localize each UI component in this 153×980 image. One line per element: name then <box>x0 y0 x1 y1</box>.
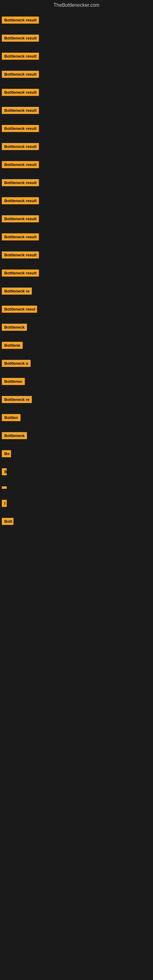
list-item: Bo <box>1 448 152 460</box>
bottleneck-badge[interactable]: Bottleneck result <box>2 35 39 41</box>
list-item: Bottleneck result <box>1 105 152 116</box>
bottleneck-badge[interactable]: Bottlenec <box>2 378 25 385</box>
list-item: Bottleneck result <box>1 123 152 134</box>
list-item: Bottleneck result <box>1 213 152 225</box>
list-item: Bottleneck <box>1 321 152 333</box>
list-item: Bottleneck resul <box>1 303 152 315</box>
bottleneck-badge[interactable]: Bottleneck result <box>2 269 39 277</box>
bottleneck-badge[interactable]: Bottleneck result <box>2 215 39 222</box>
list-item: Bottleneck result <box>1 195 152 207</box>
bottleneck-badge[interactable]: Bottleneck result <box>2 107 39 114</box>
list-item: Bottleneck o <box>1 357 152 369</box>
bottleneck-badge[interactable]: Bottleneck result <box>2 161 39 168</box>
bottleneck-badge[interactable]: B <box>2 468 7 475</box>
list-item: Bottleneck result <box>1 86 152 98</box>
list-item: Bottleneck result <box>1 177 152 189</box>
bottleneck-badge[interactable] <box>2 486 7 489</box>
bottleneck-badge[interactable]: Bo <box>2 450 11 457</box>
list-item <box>1 484 152 491</box>
list-item: Bottleneck result <box>1 159 152 170</box>
list-item: Bottleneck result <box>1 14 152 26</box>
list-item: Bottlenec <box>1 375 152 387</box>
bottleneck-badge[interactable]: Bottleneck result <box>2 125 39 132</box>
bottleneck-badge[interactable]: Bottleneck <box>2 324 27 331</box>
bottleneck-badge[interactable]: Bottleneck resul <box>2 305 37 313</box>
bottleneck-badge[interactable]: I <box>2 500 7 507</box>
bottleneck-badge[interactable]: Bottleneck <box>2 432 27 439</box>
bottleneck-badge[interactable]: Bottleneck result <box>2 233 39 240</box>
site-title: TheBottlenecker.com <box>0 0 153 10</box>
bottleneck-badge[interactable]: Bott <box>2 518 13 525</box>
list-item: Bottleneck result <box>1 68 152 80</box>
list-item: Bottleneck result <box>1 50 152 62</box>
list-item: Bottlene <box>1 339 152 351</box>
bottleneck-badge[interactable]: Bottleneck result <box>2 251 39 258</box>
list-item: Bottleneck <box>1 430 152 442</box>
bottleneck-badge[interactable]: Bottleneck result <box>2 16 39 24</box>
list-item: Bottleneck re <box>1 393 152 406</box>
bottleneck-badge[interactable]: Bottleneck result <box>2 143 39 150</box>
list-item: Bottlen <box>1 412 152 423</box>
bottleneck-badge[interactable]: Bottleneck result <box>2 179 39 186</box>
list-item: B <box>1 466 152 478</box>
items-list: Bottleneck resultBottleneck resultBottle… <box>0 10 153 529</box>
bottleneck-badge[interactable]: Bottleneck result <box>2 89 39 96</box>
site-title-text: TheBottlenecker.com <box>54 2 99 8</box>
bottleneck-badge[interactable]: Bottleneck re <box>2 288 32 294</box>
bottleneck-badge[interactable]: Bottleneck o <box>2 360 30 367</box>
bottleneck-badge[interactable]: Bottleneck result <box>2 197 39 204</box>
list-item: Bottleneck result <box>1 267 152 279</box>
list-item: Bottleneck result <box>1 249 152 261</box>
bottleneck-badge[interactable]: Bottleneck re <box>2 396 32 403</box>
bottleneck-badge[interactable]: Bottleneck result <box>2 52 39 60</box>
list-item: Bottleneck result <box>1 140 152 153</box>
bottleneck-badge[interactable]: Bottleneck result <box>2 71 39 78</box>
list-item: Bottleneck result <box>1 32 152 44</box>
list-item: Bottleneck result <box>1 231 152 243</box>
bottleneck-badge[interactable]: Bottlene <box>2 342 22 349</box>
list-item: I <box>1 497 152 509</box>
list-item: Bott <box>1 515 152 527</box>
list-item: Bottleneck re <box>1 285 152 297</box>
bottleneck-badge[interactable]: Bottlen <box>2 414 21 421</box>
